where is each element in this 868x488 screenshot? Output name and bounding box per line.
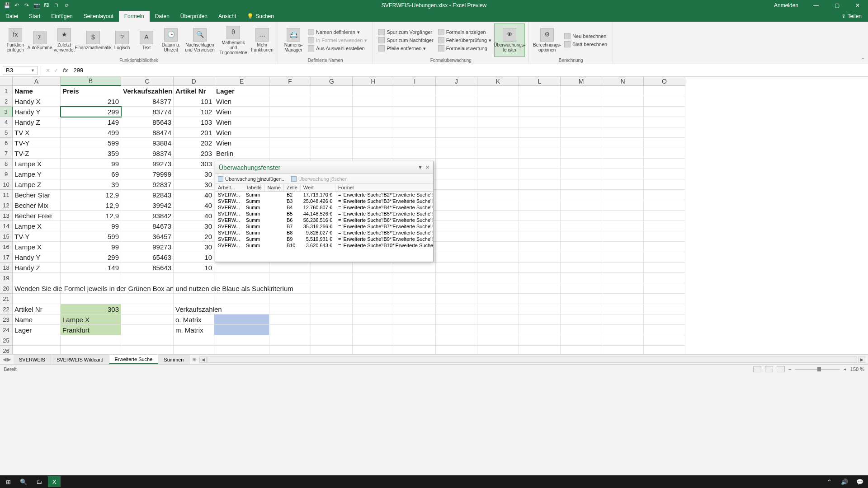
cell[interactable] <box>644 304 685 314</box>
cell[interactable] <box>269 127 311 138</box>
cell[interactable]: TV-Y <box>13 231 61 242</box>
cell[interactable] <box>214 314 269 325</box>
cell[interactable] <box>561 200 602 211</box>
cell[interactable] <box>477 200 519 211</box>
cell[interactable] <box>269 148 311 159</box>
col-header-D[interactable]: D <box>174 77 214 86</box>
tab-datei[interactable]: Datei <box>0 11 24 22</box>
row-header[interactable]: 16 <box>0 242 13 252</box>
cell[interactable]: 30 <box>174 221 214 231</box>
col-header-N[interactable]: N <box>602 77 644 86</box>
nachschlagen-button[interactable]: 🔍Nachschlagen und Verweisen <box>184 23 216 57</box>
cell[interactable] <box>269 86 311 96</box>
cell[interactable]: 30 <box>174 242 214 252</box>
cell[interactable] <box>353 304 394 314</box>
cell[interactable]: 39942 <box>121 200 174 211</box>
cell[interactable] <box>311 263 353 273</box>
cell[interactable] <box>477 117 519 127</box>
cell[interactable] <box>311 138 353 148</box>
cell[interactable] <box>436 283 477 294</box>
cell[interactable]: Lampe X <box>13 221 61 231</box>
cell[interactable] <box>436 138 477 148</box>
cell[interactable] <box>644 263 685 273</box>
cell[interactable]: 65463 <box>121 252 174 263</box>
cell[interactable] <box>121 294 174 304</box>
watch-col-header[interactable]: Formel <box>335 184 433 192</box>
cell[interactable] <box>561 252 602 263</box>
cell[interactable] <box>269 263 311 273</box>
cell[interactable] <box>311 314 353 325</box>
cell[interactable] <box>644 325 685 335</box>
cell[interactable]: 99 <box>61 159 121 169</box>
cell[interactable]: Preis <box>61 86 121 96</box>
cell[interactable] <box>561 242 602 252</box>
cell[interactable] <box>214 283 269 294</box>
watch-row[interactable]: SVERW...SummB412.760.807 €= 'Erweiterte … <box>215 204 433 211</box>
cell[interactable] <box>602 221 644 231</box>
cell[interactable] <box>61 335 121 346</box>
cell[interactable] <box>602 294 644 304</box>
cell[interactable] <box>519 138 561 148</box>
cell[interactable] <box>214 304 269 314</box>
cell[interactable] <box>519 190 561 200</box>
cell[interactable]: Artikel Nr <box>174 86 214 96</box>
cell[interactable]: 98374 <box>121 148 174 159</box>
cell[interactable] <box>311 96 353 107</box>
cell[interactable] <box>602 242 644 252</box>
excel-taskbar-icon[interactable]: X <box>48 476 61 487</box>
cell[interactable] <box>602 283 644 294</box>
cell[interactable] <box>436 346 477 354</box>
formeln-anzeigen-button[interactable]: Formeln anzeigen <box>436 28 494 36</box>
cell[interactable]: Wien <box>214 138 269 148</box>
watch-row[interactable]: SVERW...SummB325.048.426 €= 'Erweiterte … <box>215 198 433 204</box>
watch-add-button[interactable]: Überwachung hinzufügen... <box>218 176 286 182</box>
cell[interactable] <box>644 169 685 179</box>
cell[interactable]: Verkaufszahlen <box>174 304 214 314</box>
chevron-down-icon[interactable]: ▼ <box>31 68 35 73</box>
cell[interactable] <box>311 304 353 314</box>
cell[interactable]: 99273 <box>121 159 174 169</box>
cell[interactable] <box>519 127 561 138</box>
watch-row[interactable]: SVERW...SummB544.148.526 €= 'Erweiterte … <box>215 211 433 217</box>
cell[interactable]: TV X <box>13 127 61 138</box>
cell[interactable] <box>644 335 685 346</box>
cell[interactable] <box>519 252 561 263</box>
cancel-icon[interactable]: ✕ <box>46 67 50 74</box>
cell[interactable] <box>602 86 644 96</box>
row-header[interactable]: 19 <box>0 273 13 283</box>
pfeile-entfernen-button[interactable]: Pfeile entfernen ▾ <box>377 45 435 52</box>
cell[interactable] <box>394 148 436 159</box>
sheet-tab[interactable]: Erweiterte Suche <box>109 355 159 364</box>
cell[interactable] <box>436 273 477 283</box>
cell[interactable]: 84673 <box>121 221 174 231</box>
cell[interactable] <box>436 117 477 127</box>
cell[interactable]: 149 <box>61 117 121 127</box>
cell[interactable] <box>269 107 311 117</box>
cell[interactable] <box>644 314 685 325</box>
zoom-out-button[interactable]: − <box>788 366 791 372</box>
cell[interactable] <box>477 314 519 325</box>
cell[interactable]: Handy X <box>13 96 61 107</box>
row-header[interactable]: 17 <box>0 252 13 263</box>
cell[interactable]: Name <box>13 314 61 325</box>
cell[interactable] <box>311 273 353 283</box>
cell[interactable] <box>311 346 353 354</box>
sheet-tab[interactable]: SVERWEIS Wildcard <box>51 355 109 364</box>
cell[interactable] <box>269 314 311 325</box>
cell[interactable] <box>311 325 353 335</box>
zoom-in-button[interactable]: + <box>844 366 846 372</box>
cell[interactable] <box>477 325 519 335</box>
text-button[interactable]: AText <box>135 23 158 57</box>
row-header[interactable]: 7 <box>0 148 13 159</box>
notification-icon[interactable]: 💬 <box>854 476 866 487</box>
row-header[interactable]: 24 <box>0 325 13 335</box>
cell[interactable] <box>561 127 602 138</box>
neu-berechnen-button[interactable]: Neu berechnen <box>562 33 609 40</box>
spur-vorgaenger-button[interactable]: Spur zum Vorgänger <box>377 28 435 36</box>
cell[interactable] <box>561 273 602 283</box>
cell[interactable] <box>644 283 685 294</box>
cell[interactable] <box>174 346 214 354</box>
page-break-button[interactable] <box>777 366 785 372</box>
cell[interactable] <box>519 148 561 159</box>
cell[interactable] <box>477 179 519 190</box>
